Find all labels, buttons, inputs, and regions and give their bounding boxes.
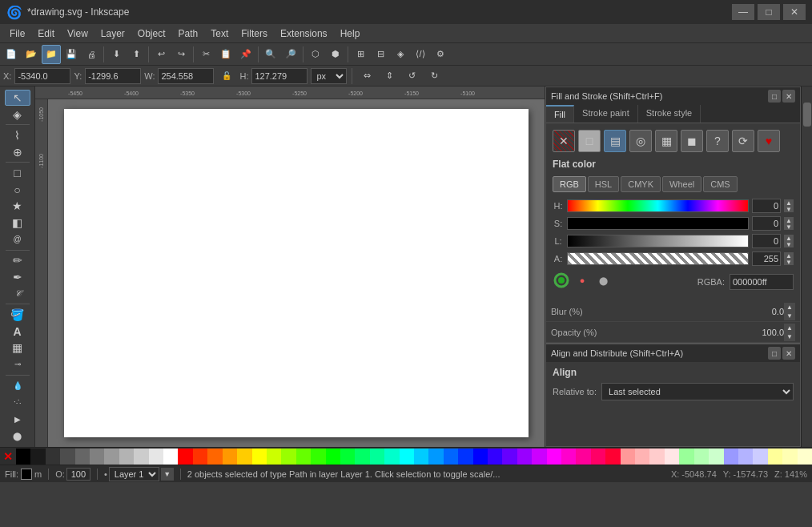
tool-bucket[interactable]: 🪣 <box>5 307 30 323</box>
palette-color-23[interactable] <box>355 449 369 465</box>
zoom-out-button[interactable]: 🔎 <box>281 45 300 64</box>
palette-color-51[interactable] <box>768 449 782 465</box>
palette-color-24[interactable] <box>370 449 384 465</box>
layer-select[interactable]: Layer 1 <box>109 467 159 481</box>
fill-none-btn[interactable]: ✕ <box>553 130 575 152</box>
opacity-status-input[interactable] <box>66 468 90 481</box>
fill-pattern-btn[interactable]: ▦ <box>655 130 677 152</box>
blur-up[interactable]: ▲ <box>784 303 795 312</box>
palette-color-2[interactable] <box>46 449 60 465</box>
s-down[interactable]: ▼ <box>784 223 794 230</box>
menu-item-help[interactable]: Help <box>334 26 367 41</box>
l-slider[interactable] <box>567 235 749 247</box>
menu-item-text[interactable]: Text <box>204 26 235 41</box>
palette-color-48[interactable] <box>724 449 738 465</box>
palette-color-18[interactable] <box>281 449 295 465</box>
palette-color-14[interactable] <box>223 449 237 465</box>
tab-stroke-style[interactable]: Stroke style <box>638 105 701 123</box>
palette-color-49[interactable] <box>738 449 753 465</box>
palette-color-34[interactable] <box>517 449 532 465</box>
tool-text[interactable]: A <box>5 324 30 340</box>
palette-color-53[interactable] <box>798 449 812 465</box>
palette-color-16[interactable] <box>252 449 267 465</box>
xml-button[interactable]: ⟨/⟩ <box>411 45 430 64</box>
scrollbar-thumb[interactable] <box>803 103 811 127</box>
tool-extra-2[interactable]: ⬤ <box>5 428 30 445</box>
palette-color-13[interactable] <box>207 449 222 465</box>
palette-color-4[interactable] <box>75 449 90 465</box>
tool-select[interactable]: ↖ <box>5 90 30 106</box>
relative-select[interactable]: Last selected First selected Biggest obj… <box>601 383 794 400</box>
tool-spray[interactable]: ·∴ <box>5 394 30 410</box>
color-wheel-icon[interactable] <box>553 272 570 289</box>
fill-flat-btn[interactable]: □ <box>578 130 601 152</box>
h-down[interactable]: ▼ <box>784 206 794 212</box>
palette-color-31[interactable] <box>473 449 488 465</box>
palette-color-8[interactable] <box>134 449 148 465</box>
fill-swatch-btn[interactable]: ◼ <box>681 130 703 152</box>
palette-color-9[interactable] <box>149 449 163 465</box>
unit-select[interactable]: px mm cm in <box>311 68 347 84</box>
undo-button[interactable]: ↩ <box>151 45 171 64</box>
palette-color-30[interactable] <box>458 449 472 465</box>
menu-item-view[interactable]: View <box>61 26 94 41</box>
palette-color-41[interactable] <box>621 449 635 465</box>
tool-node[interactable]: ◈ <box>5 107 30 123</box>
palette-color-6[interactable] <box>104 449 119 465</box>
dropper2-icon[interactable]: ⬤ <box>594 272 612 289</box>
fill-linear-btn[interactable]: ▤ <box>604 130 626 152</box>
l-value[interactable] <box>752 234 781 248</box>
flip-v-button[interactable]: ⇕ <box>380 66 399 86</box>
menu-item-extensions[interactable]: Extensions <box>274 26 334 41</box>
zoom-in-button[interactable]: 🔍 <box>261 45 280 64</box>
x-input[interactable] <box>14 68 70 84</box>
nodes-button[interactable]: ◈ <box>391 45 410 64</box>
settings-button[interactable]: ⚙ <box>431 45 450 64</box>
tab-stroke-paint[interactable]: Stroke paint <box>574 105 638 123</box>
fill-unknown-btn[interactable]: ? <box>706 130 729 152</box>
h-input[interactable] <box>251 68 308 84</box>
save-button[interactable]: 💾 <box>62 45 81 64</box>
palette-color-10[interactable] <box>163 449 178 465</box>
palette-color-32[interactable] <box>488 449 502 465</box>
color-tab-cmyk[interactable]: CMYK <box>621 176 661 192</box>
paste-button[interactable]: 📌 <box>236 45 255 64</box>
s-value[interactable] <box>752 216 781 231</box>
transform3-button[interactable]: ↻ <box>424 66 444 86</box>
palette-color-42[interactable] <box>635 449 649 465</box>
color-tab-wheel[interactable]: Wheel <box>662 176 701 192</box>
fill-radial-btn[interactable]: ◎ <box>629 130 652 152</box>
tool-extra-1[interactable]: ▶ <box>5 412 30 428</box>
dropper-icon[interactable]: ● <box>573 272 591 289</box>
palette-color-22[interactable] <box>340 449 355 465</box>
fill-unset-btn[interactable]: ⟳ <box>732 130 754 152</box>
palette-color-0[interactable] <box>16 449 30 465</box>
dialog-float-button[interactable]: □ <box>768 90 781 103</box>
palette-color-33[interactable] <box>502 449 517 465</box>
h-slider[interactable] <box>567 199 749 212</box>
palette-color-43[interactable] <box>649 449 664 465</box>
tool-3d[interactable]: ◧ <box>5 215 30 231</box>
cut-button[interactable]: ✂ <box>196 45 215 64</box>
a-value[interactable] <box>752 251 781 266</box>
palette-color-25[interactable] <box>384 449 399 465</box>
tool-connector[interactable]: ⊸ <box>5 356 30 372</box>
palette-color-11[interactable] <box>178 449 192 465</box>
palette-color-44[interactable] <box>665 449 679 465</box>
palette-color-21[interactable] <box>326 449 340 465</box>
tool-rect[interactable]: □ <box>5 165 30 181</box>
y-input[interactable] <box>85 68 141 84</box>
transform-button[interactable]: ⊟ <box>371 45 390 64</box>
menu-item-layer[interactable]: Layer <box>94 26 131 41</box>
tool-circle[interactable]: ○ <box>5 182 30 198</box>
tool-calligraph[interactable]: 𝒞 <box>5 286 30 302</box>
a-down[interactable]: ▼ <box>784 259 794 265</box>
palette-color-15[interactable] <box>237 449 251 465</box>
w-input[interactable] <box>158 68 214 84</box>
opacity-up[interactable]: ▲ <box>784 324 795 332</box>
palette-color-26[interactable] <box>400 449 414 465</box>
l-down[interactable]: ▼ <box>784 241 794 247</box>
a-slider[interactable] <box>567 252 749 265</box>
tool-pen[interactable]: ✒ <box>5 269 30 285</box>
palette-color-19[interactable] <box>296 449 311 465</box>
